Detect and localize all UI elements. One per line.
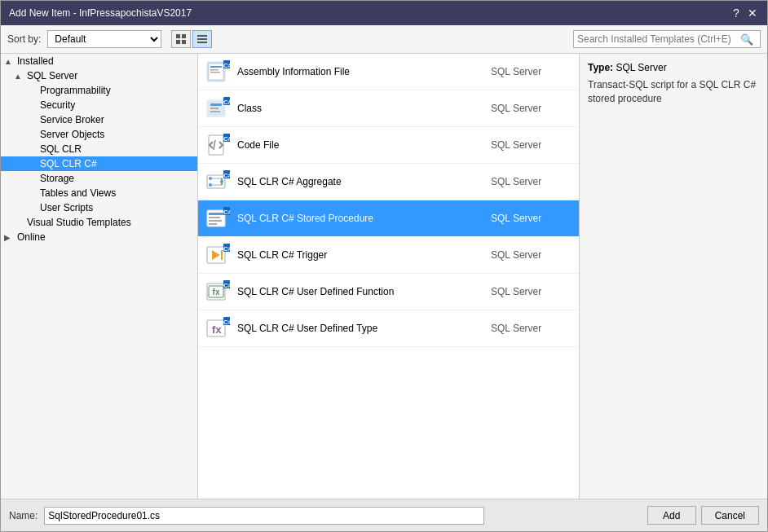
expand-icon-sql-clr-cs <box>27 160 40 169</box>
main-content: ▲ Installed ▲ SQL Server Programmability… <box>1 54 767 499</box>
name-input[interactable] <box>44 507 484 525</box>
help-button[interactable]: ? <box>730 7 743 20</box>
search-box[interactable]: 🔍 <box>573 30 761 48</box>
svg-rect-20 <box>209 135 223 155</box>
svg-rect-0 <box>176 34 180 38</box>
svg-rect-36 <box>209 220 222 222</box>
right-panel: Type: SQL Server Transact-SQL script for… <box>580 54 767 499</box>
template-icon-stored-proc: C# <box>205 205 231 231</box>
template-type-aggregate: SQL Server <box>491 176 572 187</box>
svg-rect-4 <box>197 35 207 37</box>
tree-item-server-objects[interactable]: Server Objects <box>1 127 197 142</box>
template-list-panel: C# Assembly Information File SQL Server <box>198 54 580 499</box>
template-row-aggregate[interactable]: C# SQL CLR C# Aggregate SQL Server <box>198 164 579 200</box>
svg-rect-1 <box>182 34 186 38</box>
close-button[interactable]: ✕ <box>746 7 759 20</box>
tree-item-installed[interactable]: ▲ Installed <box>1 54 197 68</box>
svg-point-25 <box>209 177 212 180</box>
sort-select[interactable]: Default Name Type <box>47 30 161 48</box>
tree-item-online[interactable]: ▶ Online <box>1 230 197 244</box>
svg-rect-34 <box>209 213 223 215</box>
tree-label-online: Online <box>17 231 46 243</box>
search-icon: 🔍 <box>740 33 753 46</box>
tree-label-security: Security <box>40 99 75 111</box>
tree-item-sql-clr-cs[interactable]: SQL CLR C# <box>1 156 197 171</box>
template-icon-assembly: C# <box>205 59 231 85</box>
tree-label-sql-clr-cs: SQL CLR C# <box>40 158 97 169</box>
template-type-class: SQL Server <box>491 103 572 114</box>
tree-item-visual-studio[interactable]: Visual Studio Templates <box>1 215 197 230</box>
template-icon-trigger: C# <box>205 242 231 268</box>
dialog-title: Add New Item - InfPressapochistaVS2017 <box>9 7 192 19</box>
svg-point-30 <box>220 180 223 183</box>
svg-text:C#: C# <box>223 319 230 326</box>
svg-text:C#: C# <box>223 245 230 253</box>
dialog: Add New Item - InfPressapochistaVS2017 ?… <box>0 0 768 532</box>
list-view-button[interactable] <box>192 30 212 48</box>
action-buttons: Add Cancel <box>647 506 759 525</box>
template-row-udf[interactable]: fx C# SQL CLR C# User Defined Function S… <box>198 274 579 310</box>
type-description: Transact-SQL script for a SQL CLR C# sto… <box>588 78 759 106</box>
title-bar-buttons: ? ✕ <box>730 7 759 20</box>
svg-text:C#: C# <box>223 209 230 216</box>
template-row-code-file[interactable]: C# Code File SQL Server <box>198 127 579 164</box>
left-panel: ▲ Installed ▲ SQL Server Programmability… <box>1 54 198 499</box>
expand-icon-security <box>27 101 40 110</box>
template-row-trigger[interactable]: C# SQL CLR C# Trigger SQL Server <box>198 237 579 274</box>
template-name-aggregate: SQL CLR C# Aggregate <box>237 176 491 187</box>
svg-rect-17 <box>210 111 220 112</box>
template-row-assembly-info[interactable]: C# Assembly Information File SQL Server <box>198 54 579 90</box>
tree-item-tables-views[interactable]: Tables and Views <box>1 186 197 200</box>
search-input[interactable] <box>577 33 740 45</box>
template-row-udt[interactable]: fx C# SQL CLR C# User Defined Type SQL S… <box>198 310 579 347</box>
cancel-button[interactable]: Cancel <box>701 506 759 525</box>
svg-text:C#: C# <box>223 62 230 69</box>
tree-item-programmability[interactable]: Programmability <box>1 83 197 98</box>
type-label-text: Type: <box>588 62 613 73</box>
tree-item-service-broker[interactable]: Service Broker <box>1 112 197 127</box>
svg-text:C#: C# <box>223 282 230 289</box>
toolbar: Sort by: Default Name Type <box>1 25 767 54</box>
tree-item-security[interactable]: Security <box>1 98 197 112</box>
tree-item-storage[interactable]: Storage <box>1 171 197 186</box>
name-label: Name: <box>9 510 38 521</box>
template-name-udt: SQL CLR C# User Defined Type <box>237 323 491 334</box>
tree-item-sql-server[interactable]: ▲ SQL Server <box>1 68 197 83</box>
template-row-stored-proc[interactable]: C# SQL CLR C# Stored Procedure SQL Serve… <box>198 200 579 237</box>
svg-text:fx: fx <box>213 288 220 297</box>
svg-rect-2 <box>176 40 180 44</box>
svg-point-26 <box>209 183 212 187</box>
tree-label-service-broker: Service Broker <box>40 114 104 125</box>
tree-label-user-scripts: User Scripts <box>40 202 93 213</box>
type-info: Type: SQL Server <box>588 62 759 73</box>
template-type-udf: SQL Server <box>491 286 572 297</box>
svg-text:fx: fx <box>212 323 222 336</box>
svg-rect-9 <box>210 66 222 68</box>
svg-text:C#: C# <box>223 135 230 143</box>
icon-view-button[interactable] <box>171 30 191 48</box>
bottom-bar: Name: Add Cancel <box>1 499 767 531</box>
svg-text:C#: C# <box>223 99 230 106</box>
template-row-class[interactable]: C# Class SQL Server <box>198 90 579 127</box>
template-name-assembly: Assembly Information File <box>237 66 491 77</box>
type-value: SQL Server <box>616 62 666 73</box>
expand-icon-installed: ▲ <box>4 57 17 66</box>
template-icon-aggregate: C# <box>205 169 231 195</box>
template-type-udt: SQL Server <box>491 323 572 334</box>
expand-icon-tables-views <box>27 189 40 198</box>
template-name-stored-proc: SQL CLR C# Stored Procedure <box>237 213 491 224</box>
expand-icon-user-scripts <box>27 204 40 213</box>
add-button[interactable]: Add <box>647 506 696 525</box>
svg-rect-16 <box>210 108 218 109</box>
tree-item-sql-clr[interactable]: SQL CLR <box>1 142 197 156</box>
template-icon-udt: fx C# <box>205 315 231 341</box>
svg-rect-35 <box>209 217 220 218</box>
list-icon <box>196 33 208 45</box>
sort-label: Sort by: <box>7 33 41 45</box>
title-bar: Add New Item - InfPressapochistaVS2017 ?… <box>1 1 767 25</box>
expand-icon-service-broker <box>27 116 40 125</box>
tree-item-user-scripts[interactable]: User Scripts <box>1 200 197 215</box>
expand-icon-sql-clr <box>27 145 40 154</box>
tree-label-sql-clr: SQL CLR <box>40 143 82 155</box>
expand-icon-server-objects <box>27 130 40 139</box>
